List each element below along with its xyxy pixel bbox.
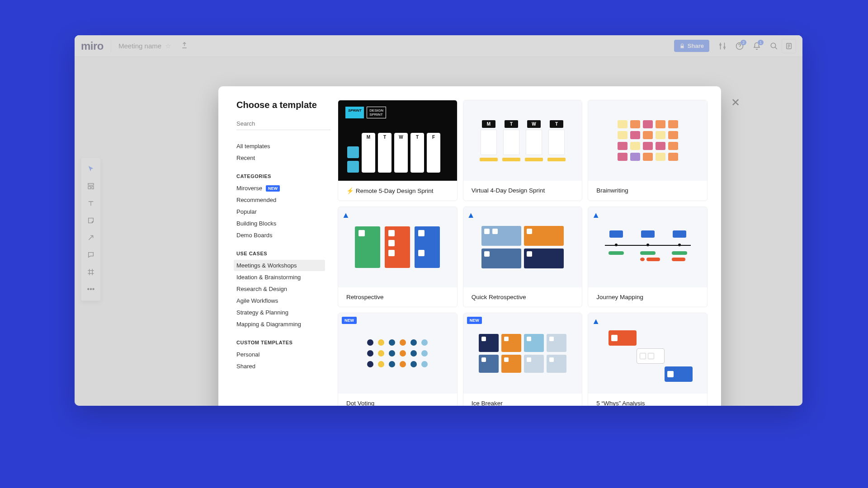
app-window: miro Meeting name ☆ Share 2 1 — [75, 35, 802, 406]
template-title: Retrospective — [338, 287, 457, 307]
template-thumb: ▲ — [338, 207, 457, 287]
custom-heading: CUSTOM TEMPLATES — [236, 340, 322, 345]
template-thumb: ▲ — [588, 313, 707, 394]
template-title: Dot Voting — [338, 394, 457, 406]
template-thumb: M T W T — [463, 100, 582, 181]
sidebar-item-label: Miroverse — [236, 185, 262, 192]
sidebar-item-shared[interactable]: Shared — [234, 361, 325, 372]
sidebar-item-ideation[interactable]: Ideation & Brainstorming — [234, 272, 325, 283]
template-card-virtual-sprint[interactable]: M T W T Virtual 4-Day Design Sprint — [463, 100, 583, 201]
sidebar-item-building-blocks[interactable]: Building Blocks — [234, 218, 325, 229]
template-card-quick-retro[interactable]: ▲ — [463, 206, 583, 307]
sidebar-item-all[interactable]: All templates — [234, 141, 325, 152]
new-badge: NEW — [342, 317, 357, 324]
template-title: Virtual 4-Day Design Sprint — [463, 181, 582, 200]
sidebar-item-strategy[interactable]: Strategy & Planning — [234, 307, 325, 318]
new-badge: NEW — [266, 185, 280, 192]
template-title: 5 “Whys” Analysis — [588, 394, 707, 406]
atlassian-icon: ▲ — [342, 211, 350, 220]
template-thumb — [588, 100, 707, 181]
design-sprint-badge: DESIGNSPRINT — [367, 107, 386, 118]
sidebar-item-mapping[interactable]: Mapping & Diagramming — [234, 319, 325, 330]
template-search-input[interactable] — [236, 117, 330, 130]
template-title: Ice Breaker — [463, 394, 582, 406]
sidebar-item-recent[interactable]: Recent — [234, 152, 325, 164]
template-title: Journey Mapping — [588, 287, 707, 307]
atlassian-icon: ▲ — [592, 211, 600, 220]
sidebar-item-research[interactable]: Research & Design — [234, 283, 325, 295]
template-thumb: NEW — [463, 313, 582, 394]
template-card-dot-voting[interactable]: NEW Dot Voting — [338, 313, 458, 406]
modal-title: Choose a template — [236, 100, 322, 110]
sidebar-item-recommended[interactable]: Recommended — [234, 194, 325, 206]
sidebar-item-miroverse[interactable]: Miroverse NEW — [234, 183, 325, 194]
template-card-ice-breaker[interactable]: NEW Ice Breaker — [463, 313, 583, 406]
usecases-heading: USE CASES — [236, 251, 322, 256]
categories-heading: CATEGORIES — [236, 174, 322, 179]
template-title: Quick Retrospective — [463, 287, 582, 307]
sidebar-item-popular[interactable]: Popular — [234, 206, 325, 217]
template-thumb: ▲ — [588, 207, 707, 287]
template-modal: Choose a template All templates Recent C… — [218, 86, 721, 406]
modal-sidebar: Choose a template All templates Recent C… — [218, 86, 330, 406]
template-card-journey-map[interactable]: ▲ — [588, 206, 708, 307]
new-badge: NEW — [467, 317, 482, 324]
template-title: ⚡ Remote 5-Day Design Sprint — [338, 181, 457, 201]
atlassian-icon: ▲ — [592, 317, 600, 326]
template-thumb: SPRINT DESIGNSPRINT M T W T — [338, 100, 457, 181]
template-thumb: ▲ — [463, 207, 582, 287]
template-card-brainwriting[interactable]: Brainwriting — [588, 100, 708, 201]
sidebar-item-personal[interactable]: Personal — [234, 349, 325, 360]
close-icon[interactable]: ✕ — [731, 96, 740, 109]
sidebar-item-demo-boards[interactable]: Demo Boards — [234, 230, 325, 241]
sidebar-item-agile[interactable]: Agile Workflows — [234, 295, 325, 306]
template-card-5-whys[interactable]: ▲ 5 “Whys” Analysis — [588, 313, 708, 406]
sidebar-item-meetings[interactable]: Meetings & Workshops — [234, 260, 325, 271]
template-thumb: NEW — [338, 313, 457, 394]
template-card-retrospective[interactable]: ▲ Retrospective — [338, 206, 458, 307]
template-grid: SPRINT DESIGNSPRINT M T W T — [330, 86, 721, 406]
template-title: Brainwriting — [588, 181, 707, 200]
sprint-badge: SPRINT — [345, 107, 364, 118]
template-card-remote-sprint[interactable]: SPRINT DESIGNSPRINT M T W T — [338, 100, 458, 201]
atlassian-icon: ▲ — [467, 211, 475, 220]
